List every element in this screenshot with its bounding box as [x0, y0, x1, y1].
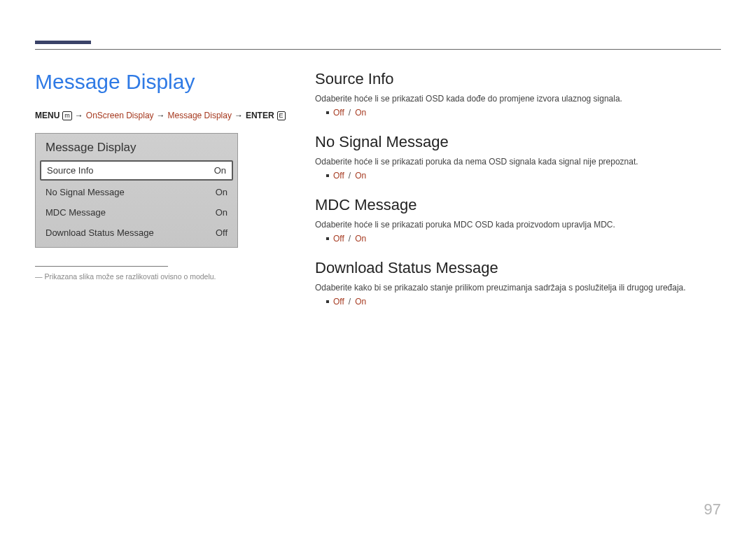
osd-row-label: MDC Message [46, 207, 106, 218]
osd-row-label: Download Status Message [46, 227, 154, 238]
page: Message Display MENU m → OnScreen Displa… [0, 0, 756, 534]
arrow-icon: → [234, 111, 243, 120]
breadcrumb: MENU m → OnScreen Display → Message Disp… [35, 111, 287, 120]
option-separator: / [349, 171, 351, 181]
osd-row-no-signal: No Signal Message On [36, 182, 237, 202]
section-mdc: MDC Message Odaberite hoće li se prikaza… [315, 196, 721, 244]
option-off: Off [333, 108, 344, 118]
osd-panel-title: Message Display [36, 134, 237, 160]
osd-row-download: Download Status Message Off [36, 223, 237, 243]
section-heading: Download Status Message [315, 259, 721, 277]
osd-row-label: Source Info [47, 165, 94, 176]
option-separator: / [349, 108, 351, 118]
right-column: Source Info Odaberite hoće li se prikaza… [315, 70, 721, 322]
section-heading: Source Info [315, 70, 721, 88]
section-description: Odaberite hoće li se prikazati poruka MD… [315, 220, 721, 230]
breadcrumb-item-message: Message Display [168, 111, 232, 120]
option-off: Off [333, 297, 344, 307]
note-rule [35, 266, 168, 267]
section-options: Off / On [326, 108, 721, 118]
section-options: Off / On [326, 297, 721, 307]
osd-row-value: On [216, 187, 227, 197]
option-on: On [355, 234, 366, 244]
option-on: On [355, 297, 366, 307]
bullet-icon [326, 111, 329, 114]
left-column: Message Display MENU m → OnScreen Displa… [35, 70, 287, 322]
arrow-icon: → [75, 111, 83, 120]
header-accent-bar [35, 41, 91, 44]
bullet-icon [326, 237, 329, 240]
section-no-signal: No Signal Message Odaberite hoće li se p… [315, 133, 721, 181]
option-on: On [355, 108, 366, 118]
option-separator: / [349, 297, 351, 307]
section-options: Off / On [326, 234, 721, 244]
section-description: Odaberite hoće li se prikazati OSD kada … [315, 94, 721, 104]
bullet-icon [326, 174, 329, 177]
enter-icon: E [277, 111, 286, 120]
osd-row-value: On [216, 207, 227, 218]
bullet-icon [326, 300, 329, 303]
option-off: Off [333, 234, 344, 244]
page-number: 97 [704, 500, 721, 519]
osd-row-mdc: MDC Message On [36, 202, 237, 223]
breadcrumb-item-onscreen: OnScreen Display [86, 111, 154, 120]
option-separator: / [349, 234, 351, 244]
breadcrumb-menu-label: MENU [35, 111, 59, 120]
menu-icon: m [62, 111, 72, 120]
section-heading: No Signal Message [315, 133, 721, 151]
option-off: Off [333, 171, 344, 181]
section-heading: MDC Message [315, 196, 721, 214]
osd-row-source-info: Source Info On [40, 160, 233, 181]
section-source-info: Source Info Odaberite hoće li se prikaza… [315, 70, 721, 118]
content-columns: Message Display MENU m → OnScreen Displa… [35, 70, 721, 322]
osd-panel: Message Display Source Info On No Signal… [35, 133, 238, 248]
section-description: Odaberite hoće li se prikazati poruka da… [315, 157, 721, 167]
breadcrumb-enter-label: ENTER [246, 111, 274, 120]
osd-row-label: No Signal Message [46, 187, 125, 197]
osd-row-value: On [214, 165, 226, 176]
section-description: Odaberite kako bi se prikazalo stanje pr… [315, 283, 721, 293]
model-disclaimer-note: ― Prikazana slika može se razlikovati ov… [35, 272, 287, 281]
header-rule [35, 49, 721, 50]
arrow-icon: → [157, 111, 165, 120]
osd-row-value: Off [216, 227, 227, 238]
section-download-status: Download Status Message Odaberite kako b… [315, 259, 721, 307]
section-options: Off / On [326, 171, 721, 181]
option-on: On [355, 171, 366, 181]
page-title: Message Display [35, 70, 287, 94]
